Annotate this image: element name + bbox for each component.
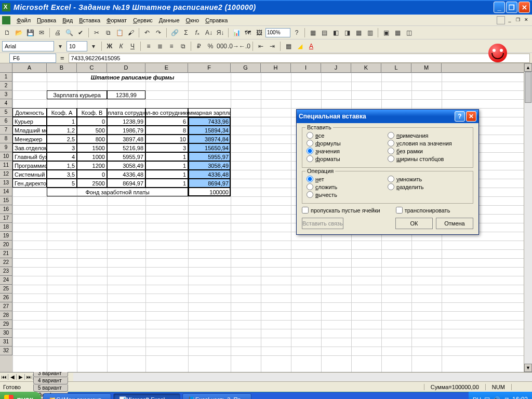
paste-link-button[interactable]: Вставить связь [302, 218, 343, 229]
cell-E5[interactable]: Кол-во сотрудников [145, 108, 188, 117]
cell-E13[interactable]: 1 [145, 179, 188, 188]
menu-данные[interactable]: Данные [156, 16, 183, 24]
row-header-16[interactable]: 16 [0, 205, 12, 214]
cell-F9[interactable]: 15650,94 [188, 143, 231, 152]
align-center-icon[interactable]: ≣ [155, 41, 165, 51]
close-button[interactable]: ✕ [518, 2, 530, 13]
extra1-icon[interactable]: ▤ [319, 28, 329, 38]
col-header-L[interactable]: L [381, 63, 411, 72]
taskbar-item-word[interactable]: 📘 Excel часть 2. Пр... [182, 393, 251, 399]
row-header-4[interactable]: 4 [0, 99, 12, 108]
cell-C7[interactable]: 500 [77, 126, 107, 135]
radio-g1-0[interactable]: все [307, 132, 388, 139]
col-header-J[interactable]: J [321, 63, 351, 72]
cell-D5[interactable]: Зарплата сотрудника [107, 108, 145, 117]
cell-B13[interactable]: 5 [47, 179, 77, 188]
cell-E12[interactable]: 1 [145, 170, 188, 179]
cell-E7[interactable]: 8 [145, 126, 188, 135]
cell-E9[interactable]: 3 [145, 143, 188, 152]
radio-g1-0[interactable]: примечания [388, 132, 469, 139]
scroll-thumb[interactable] [525, 72, 531, 103]
cell-E11[interactable]: 1 [145, 161, 188, 170]
zoom-input[interactable]: 100% [265, 28, 290, 37]
size-dropdown-icon[interactable]: ▾ [88, 41, 99, 51]
tray-icon-2[interactable]: 🔊 [493, 396, 500, 400]
cell-A5[interactable]: Должность [12, 108, 47, 117]
row-header-1[interactable]: 1 [0, 73, 12, 82]
undo-icon[interactable]: ↶ [142, 28, 152, 38]
row-header-7[interactable]: 7 [0, 126, 12, 135]
cell-F14[interactable]: 100000 [188, 188, 231, 196]
cell-B12[interactable]: 3,5 [47, 170, 77, 179]
copy-icon[interactable]: ⧉ [103, 28, 113, 38]
cell-A13[interactable]: Ген.директор [12, 179, 47, 188]
sheet-tab-3[interactable]: 4 вариант [33, 377, 68, 384]
cell-C9[interactable]: 1500 [77, 143, 107, 152]
cell-B11[interactable]: 1,5 [47, 161, 77, 170]
row-header-9[interactable]: 9 [0, 143, 12, 152]
tab-nav-prev[interactable]: ◀ [8, 374, 17, 380]
extra5-icon[interactable]: ▥ [365, 28, 375, 38]
cell-B5[interactable]: Коэф. А [47, 108, 77, 117]
cell-C5[interactable]: Коэф. В [77, 108, 107, 117]
dialog-titlebar[interactable]: Специальная вставка ? ✕ [297, 110, 478, 123]
transpose-checkbox[interactable]: транспонировать [396, 207, 450, 214]
italic-icon[interactable]: К [116, 41, 126, 51]
dec-indent-icon[interactable]: ⇤ [256, 41, 266, 51]
menu-формат[interactable]: Формат [103, 16, 130, 24]
minimize-button[interactable]: _ [494, 2, 505, 13]
cell-D6[interactable]: 1238,99 [107, 117, 145, 126]
help-field[interactable] [497, 16, 505, 24]
radio-g2-1[interactable]: разделить [388, 183, 469, 190]
cell-F6[interactable]: 7433,96 [188, 117, 231, 126]
cell-D12[interactable]: 4336,48 [107, 170, 145, 179]
radio-g1-2[interactable]: без рамки [388, 148, 469, 154]
row-header-2[interactable]: 2 [0, 82, 12, 90]
cell-B14[interactable]: Фонд заработной платы [47, 188, 188, 196]
cell-B7[interactable]: 1,2 [47, 126, 77, 135]
merge-icon[interactable]: ⧉ [178, 41, 188, 51]
row-header-6[interactable]: 6 [0, 117, 12, 126]
tab-nav-first[interactable]: ⏮ [0, 374, 8, 380]
row-header-14[interactable]: 14 [0, 188, 12, 196]
cell-A6[interactable]: Курьер [12, 117, 47, 126]
row-header-19[interactable]: 19 [0, 232, 12, 241]
cancel-button[interactable]: Отмена [436, 218, 473, 229]
cell-F10[interactable]: 5955,97 [188, 152, 231, 161]
col-header-I[interactable]: I [291, 63, 321, 72]
row-header-28[interactable]: 28 [0, 311, 12, 320]
spellcheck-icon[interactable]: ✔ [75, 28, 86, 38]
row-header-27[interactable]: 27 [0, 302, 12, 311]
doc-minimize-button[interactable]: _ [506, 17, 513, 24]
col-header-G[interactable]: G [231, 63, 261, 72]
help-icon[interactable]: ? [291, 28, 302, 38]
preview-icon[interactable]: 🔍 [64, 28, 74, 38]
font-dropdown-icon[interactable]: ▾ [55, 41, 65, 51]
extra8-icon[interactable]: ◫ [404, 28, 414, 38]
row-header-25[interactable]: 25 [0, 285, 12, 294]
cell-F5[interactable]: Суммарная зарплата [188, 108, 231, 117]
cell-B3[interactable]: Зарплата курьера [47, 90, 107, 99]
currency-icon[interactable]: ₽ [194, 41, 204, 51]
row-header-13[interactable]: 13 [0, 179, 12, 188]
drawing-icon[interactable]: 🖼 [254, 28, 264, 38]
inc-indent-icon[interactable]: ⇥ [267, 41, 277, 51]
col-header-D[interactable]: D [107, 63, 145, 72]
cell-C1[interactable]: Штатное раписание фирмы [77, 73, 188, 82]
open-icon[interactable]: 📂 [14, 28, 24, 38]
radio-g2-1[interactable]: сложить [307, 183, 388, 190]
cell-E10[interactable]: 1 [145, 152, 188, 161]
cell-A9[interactable]: Зав.отделом [12, 143, 47, 152]
cell-D13[interactable]: 8694,97 [107, 179, 145, 188]
radio-g1-1[interactable]: формулы [307, 140, 388, 147]
save-icon[interactable]: 💾 [25, 28, 35, 38]
name-box[interactable]: F6 [9, 54, 56, 63]
radio-g2-2[interactable]: вычесть [307, 191, 388, 198]
mail-icon[interactable]: ✉ [36, 28, 47, 38]
extra6-icon[interactable]: ▣ [381, 28, 391, 38]
align-left-icon[interactable]: ≡ [143, 41, 154, 51]
col-header-K[interactable]: K [351, 63, 381, 72]
doc-close-button[interactable]: ✕ [523, 17, 530, 24]
cell-C10[interactable]: 1000 [77, 152, 107, 161]
sum-icon[interactable]: Σ [181, 28, 191, 38]
